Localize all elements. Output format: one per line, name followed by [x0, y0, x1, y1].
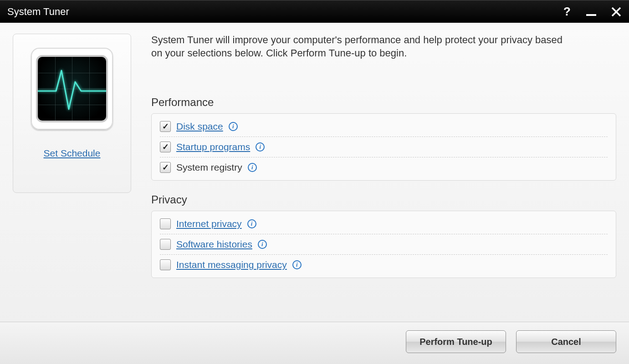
titlebar-buttons: ?	[562, 5, 622, 18]
software-histories-link[interactable]: Software histories	[176, 239, 252, 250]
info-icon[interactable]: i	[292, 260, 302, 269]
help-icon[interactable]: ?	[562, 5, 572, 18]
checkbox-software-histories[interactable]	[160, 239, 171, 250]
disk-space-link[interactable]: Disk space	[176, 121, 223, 132]
option-instant-messaging-privacy: Instant messaging privacy i	[160, 254, 608, 275]
internet-privacy-link[interactable]: Internet privacy	[176, 218, 242, 229]
checkbox-disk-space[interactable]	[160, 121, 171, 132]
performance-group: Disk space i Startup programs i System r…	[151, 113, 616, 181]
info-icon[interactable]: i	[256, 142, 265, 152]
checkbox-startup-programs[interactable]	[160, 142, 171, 152]
svg-text:?: ?	[563, 5, 571, 18]
privacy-group: Internet privacy i Software histories i …	[151, 211, 616, 278]
window-title: System Tuner	[7, 6, 562, 18]
option-system-registry: System registry i	[160, 157, 608, 177]
option-software-histories: Software histories i	[160, 234, 608, 254]
checkbox-instant-messaging-privacy[interactable]	[160, 259, 171, 270]
set-schedule-link[interactable]: Set Schedule	[44, 148, 101, 159]
system-registry-label: System registry	[176, 162, 242, 173]
main-row: Set Schedule System Tuner will improve y…	[0, 23, 629, 322]
dialog-body: Set Schedule System Tuner will improve y…	[0, 23, 629, 364]
info-icon[interactable]: i	[229, 122, 238, 131]
intro-text: System Tuner will improve your computer'…	[151, 34, 570, 60]
perform-tune-up-button[interactable]: Perform Tune-up	[406, 330, 506, 353]
info-icon[interactable]: i	[247, 219, 256, 228]
close-icon[interactable]	[611, 6, 622, 17]
startup-programs-link[interactable]: Startup programs	[176, 142, 250, 152]
titlebar: System Tuner ?	[0, 0, 629, 23]
instant-messaging-privacy-link[interactable]: Instant messaging privacy	[176, 259, 287, 270]
option-internet-privacy: Internet privacy i	[160, 214, 608, 234]
footer-bar: Perform Tune-up Cancel	[0, 322, 629, 364]
svg-rect-1	[586, 14, 596, 16]
cancel-button[interactable]: Cancel	[516, 330, 616, 353]
checkbox-internet-privacy[interactable]	[160, 218, 171, 229]
info-icon[interactable]: i	[248, 163, 257, 172]
content-column: System Tuner will improve your computer'…	[131, 34, 616, 322]
minimize-icon[interactable]	[585, 6, 597, 18]
info-icon[interactable]: i	[258, 240, 267, 249]
checkbox-system-registry[interactable]	[160, 162, 171, 173]
performance-heading: Performance	[151, 96, 616, 109]
system-tuner-icon	[31, 48, 113, 130]
privacy-heading: Privacy	[151, 193, 616, 206]
option-startup-programs: Startup programs i	[160, 136, 608, 157]
option-disk-space: Disk space i	[160, 116, 608, 136]
side-panel: Set Schedule	[13, 34, 131, 193]
